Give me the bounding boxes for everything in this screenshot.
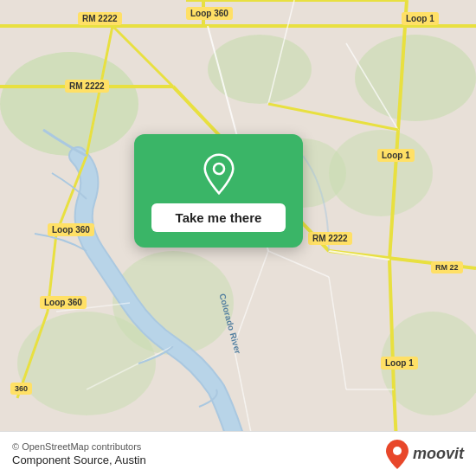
- svg-point-3: [355, 35, 476, 121]
- map-container: RM 2222 Loop 360 Loop 1 RM 2222 Loop 3 L…: [0, 0, 476, 476]
- svg-point-40: [393, 447, 402, 455]
- take-me-there-button[interactable]: Take me there: [151, 203, 286, 232]
- bottom-bar: © OpenStreetMap contributors Component S…: [0, 431, 476, 476]
- road-label-rm2222-top: RM 2222: [78, 12, 122, 25]
- road-label-loop1-right: Loop 1: [377, 149, 415, 162]
- moovit-pin-icon: [385, 439, 409, 470]
- svg-point-1: [0, 52, 138, 156]
- road-label-loop1-bottom: Loop 1: [381, 357, 418, 370]
- svg-point-39: [214, 164, 224, 174]
- attribution: © OpenStreetMap contributors: [12, 441, 146, 452]
- bottom-bar-info: © OpenStreetMap contributors Component S…: [12, 441, 146, 466]
- popup-card: Take me there: [134, 134, 303, 248]
- location-label: Component Source, Austin: [12, 453, 146, 466]
- moovit-text: moovit: [413, 445, 464, 463]
- road-label-360-bottom: 360: [10, 383, 32, 395]
- moovit-logo: moovit: [385, 439, 464, 470]
- road-label-rm22-far-right: RM 22: [431, 261, 463, 273]
- location-pin-icon: [198, 153, 240, 195]
- road-label-loop360-bottom: Loop 360: [40, 296, 87, 309]
- road-label-rm2222-right: RM 2222: [308, 232, 352, 245]
- road-label-loop1-top-right: Loop 1: [402, 12, 439, 25]
- road-label-rm2222-left: RM 2222: [65, 80, 109, 93]
- road-label-loop360-left: Loop 360: [48, 223, 94, 236]
- svg-point-7: [17, 312, 156, 415]
- svg-point-2: [208, 35, 312, 104]
- road-label-loop360-top: Loop 360: [186, 7, 233, 20]
